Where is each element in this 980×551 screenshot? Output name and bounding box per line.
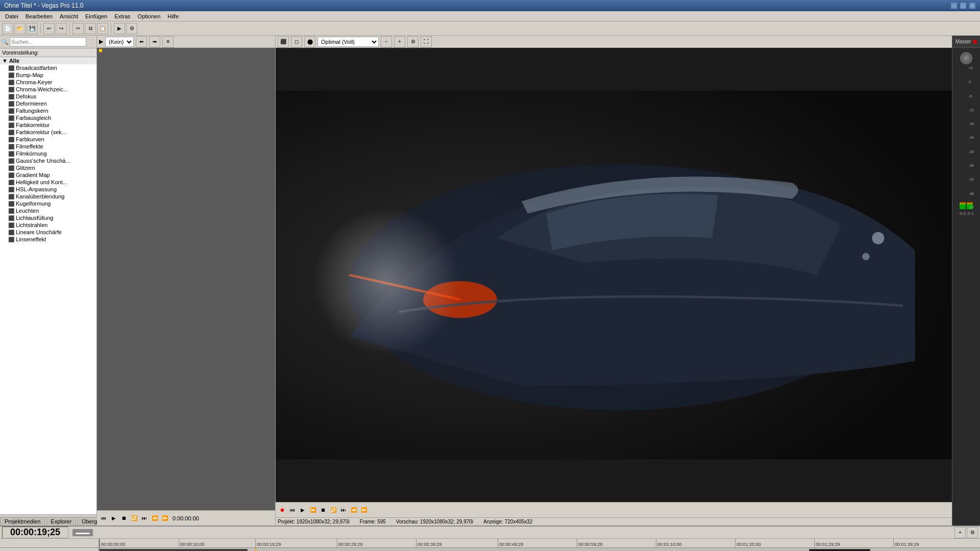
preview-play-fwd[interactable]: ⏩ <box>308 506 317 515</box>
effects-tree-item[interactable]: ⬛Lichtausfüllung <box>0 214 96 221</box>
render-button[interactable]: ▶ <box>114 23 125 34</box>
preview-zoom-out[interactable]: − <box>381 36 392 47</box>
undo-button[interactable]: ↩ <box>43 23 55 34</box>
cut-button[interactable]: ✂ <box>72 23 84 34</box>
preview-stop[interactable]: ⏹ <box>318 506 328 515</box>
video-preview-area <box>276 48 952 502</box>
preview-zoom-in[interactable]: + <box>394 36 405 47</box>
tab-explorer[interactable]: Explorer <box>46 517 76 525</box>
ruler-header-spacer <box>0 539 99 548</box>
preview-zoom-dropdown[interactable]: Optimal (Voll) 100% 50% <box>317 37 379 47</box>
effects-tree-item[interactable]: ⬛Filmkörnung <box>0 150 96 157</box>
effects-tree-item[interactable]: ⬛Bump-Map <box>0 71 96 79</box>
clip-next-btn[interactable]: ➡ <box>149 36 160 47</box>
effects-tree-item[interactable]: ⬛Farbkorrektur <box>0 121 96 129</box>
preview-loop[interactable]: 🔁 <box>329 506 338 515</box>
clip-dropdown[interactable]: (Kein) <box>105 37 134 47</box>
effects-tree-item[interactable]: ⬛Chroma-Weichzeic... <box>0 86 96 93</box>
clip-goto-start[interactable]: ⏮ <box>99 514 108 523</box>
menu-extras[interactable]: Extras <box>111 12 133 20</box>
preview-settings[interactable]: ⚙ <box>407 36 419 47</box>
menu-bearbeiten[interactable]: Bearbeiten <box>22 12 56 20</box>
preview-record-btn[interactable]: ⏺ <box>278 506 287 515</box>
preview-fullscreen[interactable]: ⛶ <box>421 36 432 47</box>
effects-tree-item[interactable]: ⬛Helligkeit und Kont... <box>0 179 96 186</box>
effects-tree-item[interactable]: ⬛Glitzern <box>0 164 96 171</box>
open-button[interactable]: 📂 <box>14 23 26 34</box>
vu-master-label: Master <box>952 36 980 48</box>
effects-tree-item[interactable]: ⬛Lineare Unschärfe <box>0 229 96 236</box>
clip-next-frame[interactable]: ⏩ <box>160 514 169 523</box>
titlebar-buttons: − □ × <box>950 2 976 9</box>
effect-icon: ⬛ <box>8 215 14 221</box>
effects-tree-item[interactable]: ⬛Broadcastfarben <box>0 64 96 71</box>
effects-tree-item[interactable]: ⬛Deformieren <box>0 100 96 107</box>
preview-prev-frame[interactable]: ⏪ <box>349 506 358 515</box>
clip-timecode: 0:00:00:00 <box>173 515 199 521</box>
effects-tree-item[interactable]: ⬛Faltungskern <box>0 107 96 114</box>
ruler-mark-4: 00:00:39;29 <box>416 539 442 547</box>
effect-icon: ⬛ <box>8 115 14 121</box>
preview-goto-start[interactable]: ⏮ <box>288 506 297 515</box>
preview-goto-end[interactable]: ⏭ <box>339 506 348 515</box>
paste-button[interactable]: 📋 <box>97 23 108 34</box>
preview-btn1[interactable]: ⬛ <box>278 36 289 47</box>
video-playhead <box>255 548 256 551</box>
clip-controls: ⏮ ▶ ⏹ 🔁 ⏭ ⏪ ⏩ 0:00:00:00 <box>97 510 275 525</box>
tree-root-alle[interactable]: ▼ Alle <box>0 57 96 64</box>
effects-tree-item[interactable]: ⬛Chroma-Keyer <box>0 79 96 86</box>
vu-volume-knob[interactable] <box>960 52 972 64</box>
ruler-mark-1: 00:00:10;00 <box>179 539 205 547</box>
effects-tree-item[interactable]: ⬛Kanalüberblendung <box>0 193 96 200</box>
effects-tree-item[interactable]: ⬛Leuchten <box>0 207 96 214</box>
menu-ansicht[interactable]: Ansicht <box>57 12 81 20</box>
save-button[interactable]: 💾 <box>27 23 38 34</box>
properties-button[interactable]: ⚙ <box>126 23 137 34</box>
effect-icon: ⬛ <box>8 101 14 107</box>
effects-search-input[interactable] <box>10 37 86 46</box>
track-props-btn[interactable]: ⚙ <box>967 527 978 538</box>
maximize-button[interactable]: □ <box>960 2 967 9</box>
main-toolbar: 📄 📂 💾 ↩ ↪ ✂ ⧉ 📋 ▶ ⚙ <box>0 21 980 36</box>
effects-tree-item[interactable]: ⬛Filmeffekte <box>0 143 96 150</box>
new-button[interactable]: 📄 <box>2 23 13 34</box>
copy-button[interactable]: ⧉ <box>85 23 96 34</box>
ruler-mark-0: 00:00:00;00 <box>100 539 126 547</box>
clip-stop[interactable]: ⏹ <box>119 514 129 523</box>
preview-next-frame[interactable]: ⏩ <box>359 506 369 515</box>
menu-datei[interactable]: Datei <box>2 12 21 20</box>
clip-close-btn[interactable]: ✕ <box>162 36 174 47</box>
effects-tree-item[interactable]: ⬛Lichtstrahlen <box>0 221 96 229</box>
effects-tree-item[interactable]: ⬛HSL-Anpassung <box>0 186 96 193</box>
redo-button[interactable]: ↪ <box>56 23 67 34</box>
effects-tree-item[interactable]: ⬛Farbkorrektur (sek... <box>0 129 96 136</box>
clip-prev-frame[interactable]: ⏪ <box>150 514 159 523</box>
video-black-clip[interactable] <box>100 549 248 551</box>
effect-icon: ⬛ <box>8 122 14 128</box>
menu-hilfe[interactable]: Hilfe <box>164 12 182 20</box>
add-track-btn[interactable]: + <box>954 527 966 538</box>
effects-tree-item[interactable]: ⬛Gauss'sche Unschä... <box>0 157 96 164</box>
preview-toolbar: ⬛ ◻ ⬤ Optimal (Voll) 100% 50% − + ⚙ ⛶ <box>276 36 952 48</box>
clip-goto-end[interactable]: ⏭ <box>140 514 149 523</box>
menu-einfuegen[interactable]: Einfügen <box>82 12 110 20</box>
clip-play-pause[interactable]: ▶ <box>109 514 118 523</box>
video-clip-thumb[interactable] <box>809 549 870 551</box>
tab-projektmedien[interactable]: Projektmedien <box>0 517 45 525</box>
minimize-button[interactable]: − <box>950 2 958 9</box>
preview-btn2[interactable]: ◻ <box>291 36 302 47</box>
preview-btn3[interactable]: ⬤ <box>304 36 315 47</box>
menu-optionen[interactable]: Optionen <box>135 12 164 20</box>
effects-tree-item[interactable]: ⬛Kugelformung <box>0 200 96 207</box>
preview-play-btn[interactable]: ▶ <box>298 506 307 515</box>
close-button[interactable]: × <box>969 2 976 9</box>
effects-tree-item[interactable]: ⬛Linseneffekt <box>0 236 96 243</box>
ruler-mark-2: 00:00:19;29 <box>255 539 281 547</box>
effects-tree-item[interactable]: ⬛Defokus <box>0 93 96 100</box>
effects-tree-item[interactable]: ⬛Gradient Map <box>0 171 96 179</box>
clip-play-loop[interactable]: 🔁 <box>130 514 139 523</box>
clip-prev-btn[interactable]: ⬅ <box>136 36 147 47</box>
effects-tree-item[interactable]: ⬛Farbausgleich <box>0 114 96 121</box>
effects-tree-item[interactable]: ⬛Farbkurven <box>0 136 96 143</box>
timeline-content[interactable]: 00:00:00;00 00:00:10;00 00:00:19;29 00:0… <box>100 539 980 551</box>
